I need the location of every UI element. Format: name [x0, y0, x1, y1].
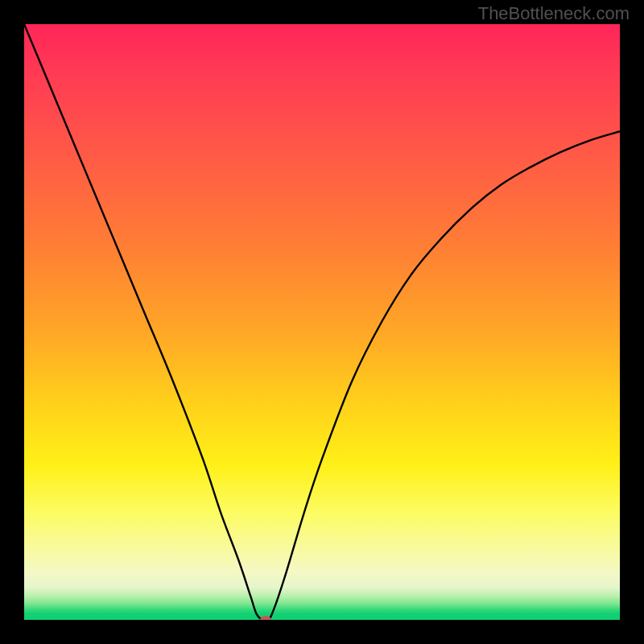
optimal-point-marker [260, 616, 271, 620]
watermark-text: TheBottleneck.com [478, 3, 630, 24]
plot-area [24, 24, 620, 620]
chart-frame: TheBottleneck.com [0, 0, 644, 644]
bottleneck-curve [24, 24, 620, 620]
